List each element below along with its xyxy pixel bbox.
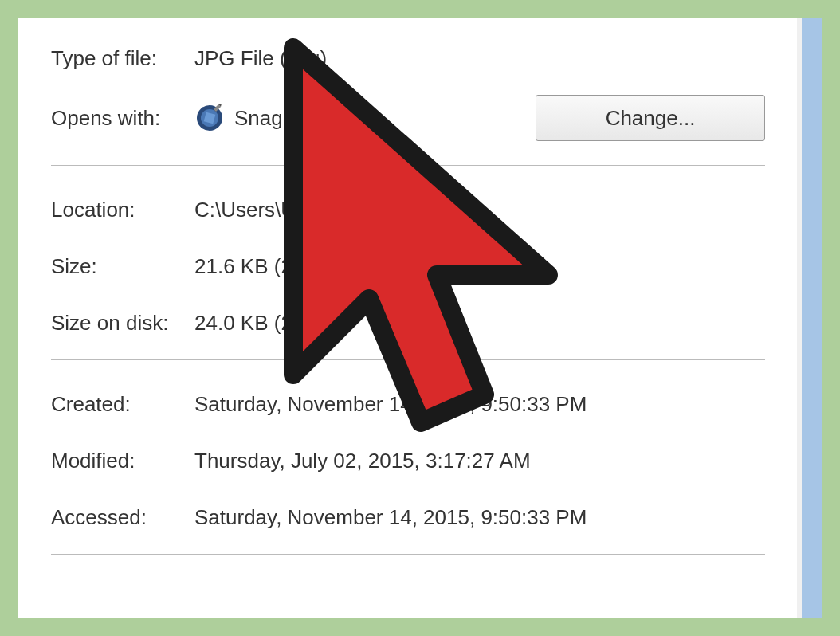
size-value: 21.6 KB (22 [194,254,765,279]
accessed-label: Accessed: [51,505,194,530]
opens-with-label: Opens with: [51,106,194,131]
location-label: Location: [51,198,194,222]
divider-3 [51,554,765,555]
accessed-row: Accessed: Saturday, November 14, 2015, 9… [51,505,765,530]
location-row: Location: C:\Users\Us [51,198,765,222]
modified-label: Modified: [51,449,194,473]
properties-dialog-content: Type of file: JPG File (.jpg) Opens with… [18,18,797,618]
opens-with-app-name: Snagit [234,106,293,131]
modified-row: Modified: Thursday, July 02, 2015, 3:17:… [51,449,765,473]
divider-1 [51,165,765,166]
location-value: C:\Users\Us [194,198,765,222]
opens-with-row: Opens with: Snagit Change... [51,95,765,141]
divider-2 [51,359,765,360]
snagit-app-icon [194,103,225,133]
size-on-disk-value: 24.0 KB (24 byte [194,311,765,336]
size-on-disk-label: Size on disk: [51,311,194,336]
type-of-file-value: JPG File (.jpg) [194,46,765,71]
properties-dialog-frame: Type of file: JPG File (.jpg) Opens with… [18,18,822,618]
type-of-file-row: Type of file: JPG File (.jpg) [51,46,765,71]
modified-value: Thursday, July 02, 2015, 3:17:27 AM [194,449,765,473]
size-row: Size: 21.6 KB (22 [51,254,765,279]
accessed-value: Saturday, November 14, 2015, 9:50:33 PM [194,505,765,530]
created-row: Created: Saturday, November 14, 2015, 9:… [51,392,765,417]
size-label: Size: [51,254,194,279]
size-on-disk-row: Size on disk: 24.0 KB (24 byte [51,311,765,336]
type-of-file-label: Type of file: [51,46,194,71]
created-value: Saturday, November 14, 2015, 9:50:33 PM [194,392,765,417]
cursor-arrow-overlay-icon [237,32,572,438]
created-label: Created: [51,392,194,417]
change-button[interactable]: Change... [536,95,765,141]
right-blue-strip [802,18,822,618]
